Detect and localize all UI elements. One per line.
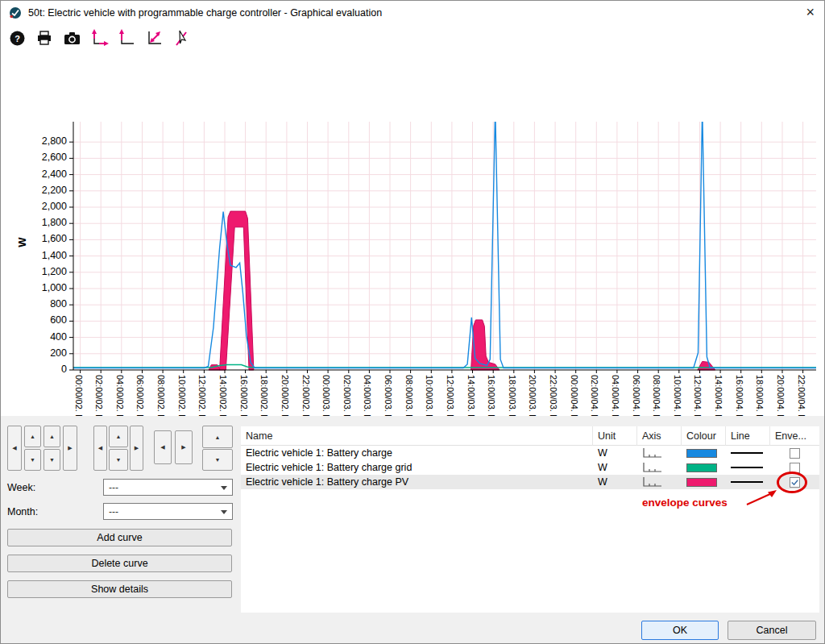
dpad-right-button[interactable]: ▶ xyxy=(130,426,143,471)
ok-button[interactable]: OK xyxy=(641,621,719,640)
dpad-up-button[interactable]: ▲ xyxy=(109,426,128,447)
window-title: 50t: Electric vehicle with programmable … xyxy=(28,7,382,19)
colour-swatch xyxy=(682,475,726,489)
y-tick-label: 0 xyxy=(15,364,67,375)
titlebar: 50t: Electric vehicle with programmable … xyxy=(1,1,824,25)
curve-name: Electric vehicle 1: Battery charge xyxy=(241,446,593,460)
y-tick-label: 2,000 xyxy=(15,201,67,212)
scale-down-y2-button[interactable]: ▼ xyxy=(44,449,60,471)
y-tick-label: 1,000 xyxy=(15,282,67,293)
scale-up-y2-button[interactable]: ▲ xyxy=(44,426,60,447)
y-tick-label: 1,800 xyxy=(15,217,67,228)
month-select-value: --- xyxy=(109,506,118,517)
col-header-unit[interactable]: Unit xyxy=(593,426,637,446)
print-icon[interactable] xyxy=(35,28,54,48)
y-tick-label: 600 xyxy=(15,314,67,326)
pan-left-button[interactable]: ◀ xyxy=(7,426,22,471)
envelope-cell xyxy=(770,446,819,460)
colour-swatch xyxy=(682,446,726,460)
y-tick-label: 400 xyxy=(15,331,67,343)
table-row[interactable]: Electric vehicle 1: Battery charge W xyxy=(241,446,819,460)
app-icon xyxy=(9,6,22,19)
y-tick-label: 2,600 xyxy=(15,152,67,163)
table-row[interactable]: Electric vehicle 1: Battery charge PV W xyxy=(241,475,819,489)
cancel-button[interactable]: Cancel xyxy=(728,621,816,640)
dialog-window: 50t: Electric vehicle with programmable … xyxy=(0,0,825,644)
pan-right-button[interactable]: ▶ xyxy=(63,426,77,471)
y-tick-label: 1,200 xyxy=(15,266,67,277)
chart-area: W 02004006008001,0001,2001,4001,6001,800… xyxy=(1,51,825,416)
col-header-colour[interactable]: Colour xyxy=(682,426,726,446)
week-select[interactable]: --- xyxy=(103,479,233,496)
curve-unit: W xyxy=(593,446,637,460)
line-style xyxy=(726,446,770,460)
col-header-envelope[interactable]: Enve... xyxy=(770,426,819,446)
pointer-mode-icon[interactable] xyxy=(172,28,191,48)
close-icon[interactable]: × xyxy=(806,4,815,20)
curve-name: Electric vehicle 1: Battery charge PV xyxy=(241,475,593,489)
curve-table: Name Unit Axis Colour Line Enve... Elect… xyxy=(241,426,819,613)
scale-y-axis-icon[interactable] xyxy=(117,28,136,48)
table-row[interactable]: Electric vehicle 1: Battery charge grid … xyxy=(241,460,819,475)
y-tick-label: 1,400 xyxy=(15,250,67,261)
zoom-up-button[interactable]: ▲ xyxy=(202,426,233,448)
col-header-line[interactable]: Line xyxy=(726,426,770,446)
help-icon[interactable]: ? xyxy=(7,28,27,48)
scale-down-y-button[interactable]: ▼ xyxy=(24,449,41,471)
delete-curve-button[interactable]: Delete curve xyxy=(7,555,232,572)
dpad-down-button[interactable]: ▼ xyxy=(109,449,128,471)
step-left-button[interactable]: ◀ xyxy=(154,430,172,464)
week-label: Week: xyxy=(7,482,35,493)
dpad-left-button[interactable]: ◀ xyxy=(93,426,107,471)
y-tick-label: 2,400 xyxy=(15,168,67,180)
annotation-text: envelope curves xyxy=(642,497,747,509)
axis-icon xyxy=(637,475,682,489)
curve-unit: W xyxy=(593,460,637,475)
chevron-down-icon xyxy=(221,510,227,514)
y-tick-label: 1,600 xyxy=(15,233,67,244)
scale-up-y-button[interactable]: ▲ xyxy=(24,426,41,447)
colour-swatch xyxy=(682,460,726,475)
line-style xyxy=(726,460,770,475)
y-tick-label: 2,200 xyxy=(15,185,67,196)
step-right-button[interactable]: ▶ xyxy=(175,430,193,464)
y-tick-label: 800 xyxy=(15,298,67,310)
add-curve-button[interactable]: Add curve xyxy=(7,529,232,546)
scale-both-axes-icon[interactable] xyxy=(89,28,109,48)
month-select[interactable]: --- xyxy=(103,503,233,520)
toolbar: ? xyxy=(1,25,824,51)
envelope-checkbox[interactable] xyxy=(790,448,800,459)
chevron-down-icon xyxy=(221,486,227,490)
axis-icon xyxy=(637,460,682,475)
show-details-button[interactable]: Show details xyxy=(7,580,232,598)
chart-plot[interactable] xyxy=(73,122,816,370)
curve-unit: W xyxy=(593,475,637,489)
col-header-axis[interactable]: Axis xyxy=(637,426,682,446)
camera-icon[interactable] xyxy=(62,28,81,48)
annotation-arrow-icon xyxy=(745,484,782,509)
curve-name: Electric vehicle 1: Battery charge grid xyxy=(241,460,593,475)
y-tick-label: 2,800 xyxy=(15,135,67,147)
zoom-down-button[interactable]: ▼ xyxy=(202,449,233,471)
month-label: Month: xyxy=(7,506,38,517)
col-header-name[interactable]: Name xyxy=(241,426,593,446)
svg-text:?: ? xyxy=(15,33,20,43)
scale-diagonal-icon[interactable] xyxy=(144,28,164,48)
y-tick-label: 200 xyxy=(15,347,67,359)
week-select-value: --- xyxy=(109,482,118,493)
axis-icon xyxy=(637,446,682,460)
table-header: Name Unit Axis Colour Line Enve... xyxy=(241,426,819,446)
